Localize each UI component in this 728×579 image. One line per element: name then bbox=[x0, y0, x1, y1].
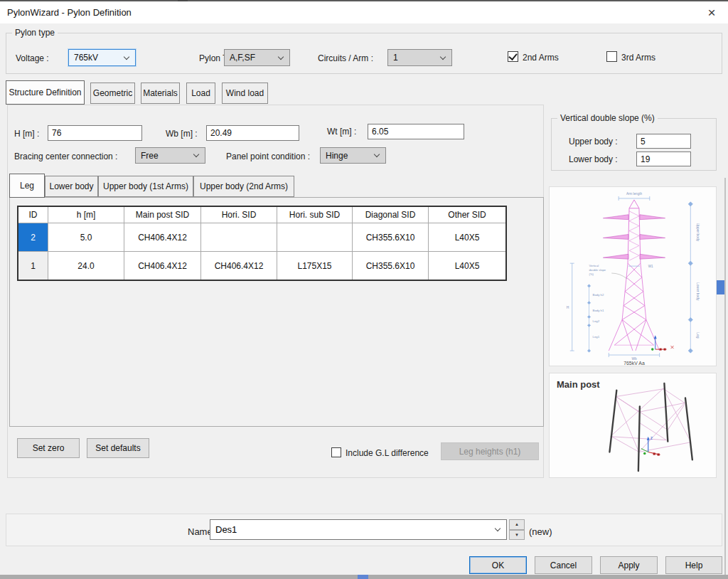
cell-hori-sid[interactable]: CH406.4X12 bbox=[201, 251, 277, 280]
cell-h[interactable]: 5.0 bbox=[48, 223, 124, 251]
window-title: PylonWizard - Pylon Definition bbox=[7, 7, 132, 18]
second-arms-checkbox[interactable] bbox=[508, 51, 518, 62]
arm-length-label: Arm length bbox=[626, 192, 642, 196]
panel-point-condition-combo[interactable]: Hinge bbox=[320, 147, 386, 164]
col-h[interactable]: h [m] bbox=[48, 207, 124, 223]
name-combo[interactable] bbox=[210, 519, 507, 540]
cell-hori-sub-sid[interactable] bbox=[277, 223, 353, 251]
row-id-cell[interactable]: 2 bbox=[18, 223, 48, 251]
circuits-arm-combo-value: 1 bbox=[393, 53, 398, 63]
set-defaults-button[interactable]: Set defaults bbox=[87, 438, 149, 458]
pylon-type-combo[interactable]: A,F,SF bbox=[224, 49, 290, 66]
slope-note-line3: (%) bbox=[589, 272, 594, 276]
tab-wind-load[interactable]: Wind load bbox=[222, 83, 268, 104]
second-arms-label: 2nd Arms bbox=[523, 53, 559, 63]
body-h2-label: Body h2 bbox=[592, 293, 604, 297]
bracing-combo-value: Free bbox=[141, 151, 159, 161]
tab-materials[interactable]: Materials bbox=[141, 83, 180, 104]
set-zero-button[interactable]: Set zero bbox=[17, 438, 80, 458]
col-other-sid[interactable]: Other SID bbox=[429, 207, 505, 223]
pylon-type-combo-value: A,F,SF bbox=[230, 53, 255, 63]
cell-other-sid[interactable]: L40X5 bbox=[429, 251, 505, 280]
wt-input[interactable] bbox=[368, 124, 464, 139]
help-button[interactable]: Help bbox=[665, 556, 722, 574]
z-axis-label: z bbox=[651, 435, 653, 440]
axes-icon: z bbox=[641, 435, 660, 456]
bracing-center-connection-combo[interactable]: Free bbox=[135, 147, 205, 164]
col-hori-sub-sid[interactable]: Hori. sub SID bbox=[277, 207, 353, 223]
table-header-row: ID h [m] Main post SID Hori. SID Hori. s… bbox=[18, 207, 505, 223]
title-bar: PylonWizard - Pylon Definition × bbox=[0, 1, 728, 23]
spinner-up-icon[interactable]: ▲ bbox=[509, 519, 525, 530]
row-id-cell[interactable]: 1 bbox=[18, 251, 48, 280]
right-scrollbar-thumb[interactable] bbox=[717, 280, 724, 294]
ok-button[interactable]: OK bbox=[469, 556, 527, 574]
table-row[interactable]: 2 5.0 CH406.4X12 CH355.6X10 L40X5 bbox=[18, 223, 505, 251]
cell-hori-sid[interactable] bbox=[201, 223, 277, 251]
bracing-center-connection-label: Bracing center connection : bbox=[14, 152, 117, 161]
include-gl-difference-checkbox[interactable] bbox=[331, 447, 341, 457]
panel-combo-value: Hinge bbox=[326, 151, 348, 161]
name-label: Name bbox=[188, 526, 213, 537]
panel-point-condition-label: Panel point condition : bbox=[226, 152, 310, 161]
cell-hori-sub-sid[interactable]: L175X15 bbox=[277, 251, 353, 280]
cell-other-sid[interactable]: L40X5 bbox=[429, 223, 505, 251]
cancel-button[interactable]: Cancel bbox=[535, 556, 592, 574]
spinner-down-icon[interactable]: ▼ bbox=[509, 530, 525, 541]
voltage-combo-value: 765kV bbox=[74, 53, 98, 63]
cell-diagonal-sid[interactable]: CH355.6X10 bbox=[353, 223, 429, 251]
vertical-double-slope-group-label: Vertical double slope (%) bbox=[557, 113, 658, 123]
chevron-down-icon bbox=[278, 55, 284, 61]
name-input[interactable] bbox=[215, 524, 478, 535]
voltage-combo[interactable]: 765kV bbox=[68, 49, 136, 66]
wt-label: Wt [m] : bbox=[327, 127, 356, 137]
name-status: (new) bbox=[529, 526, 552, 537]
col-hori-sid[interactable]: Hori. SID bbox=[201, 207, 277, 223]
col-main-post-sid[interactable]: Main post SID bbox=[124, 207, 201, 223]
tab-upper-body-1st-arms[interactable]: Upper body (1st Arms) bbox=[98, 176, 193, 197]
chevron-down-icon bbox=[495, 526, 501, 533]
right-edge-line bbox=[724, 178, 726, 579]
chevron-down-icon bbox=[440, 55, 446, 61]
upper-body-input[interactable] bbox=[636, 134, 691, 149]
axes-icon bbox=[651, 335, 674, 351]
h-dim-label: H bbox=[567, 306, 569, 309]
cell-main-post-sid[interactable]: CH406.4X12 bbox=[124, 223, 201, 251]
leg-table: ID h [m] Main post SID Hori. SID Hori. s… bbox=[17, 206, 507, 281]
w1-label: W1 bbox=[648, 265, 653, 268]
chevron-down-icon bbox=[193, 152, 200, 159]
leg1-label: Leg1 bbox=[592, 335, 599, 339]
lower-body-label: Lower body : bbox=[569, 154, 618, 164]
slope-note-line2: double slope bbox=[589, 268, 606, 272]
cell-main-post-sid[interactable]: CH406.4X12 bbox=[124, 251, 201, 280]
upper-body-dim-label: Upper body bbox=[696, 223, 700, 242]
bottom-scrollbar-thumb[interactable] bbox=[358, 575, 368, 579]
table-row[interactable]: 1 24.0 CH406.4X12 CH406.4X12 L175X15 CH3… bbox=[18, 251, 505, 280]
circuits-arm-label: Circuits / Arm : bbox=[318, 53, 373, 63]
main-post-label: Main post bbox=[557, 379, 600, 390]
pylon-elevation-drawing: Arm length bbox=[550, 187, 716, 366]
col-id[interactable]: ID bbox=[18, 207, 48, 223]
close-icon[interactable]: × bbox=[702, 4, 721, 22]
tab-upper-body-2nd-arms[interactable]: Upper body (2nd Arms) bbox=[193, 176, 294, 197]
wb-input[interactable] bbox=[206, 125, 299, 141]
upper-body-label: Upper body : bbox=[569, 137, 618, 147]
tab-structure-definition[interactable]: Structure Definition bbox=[6, 80, 85, 105]
tab-leg[interactable]: Leg bbox=[9, 174, 45, 198]
leg-dim-label: Leg bbox=[696, 332, 700, 338]
col-diagonal-sid[interactable]: Diagonal SID bbox=[353, 207, 429, 223]
apply-button[interactable]: Apply bbox=[600, 556, 658, 574]
tab-load[interactable]: Load bbox=[186, 83, 215, 104]
circuits-arm-combo[interactable]: 1 bbox=[387, 49, 452, 66]
tab-geometric[interactable]: Geometric bbox=[90, 83, 135, 104]
h-input[interactable] bbox=[48, 125, 142, 141]
lower-body-input[interactable] bbox=[636, 152, 691, 166]
name-spinner: ▲ ▼ bbox=[509, 519, 525, 540]
cell-diagonal-sid[interactable]: CH355.6X10 bbox=[353, 251, 429, 280]
third-arms-label: 3rd Arms bbox=[621, 53, 655, 63]
pylon-type-group-label: Pylon type bbox=[12, 28, 58, 38]
tab-lower-body[interactable]: Lower body bbox=[45, 176, 98, 197]
wb-label: Wb [m] : bbox=[166, 129, 198, 139]
cell-h[interactable]: 24.0 bbox=[48, 251, 124, 280]
third-arms-checkbox[interactable] bbox=[606, 51, 617, 62]
